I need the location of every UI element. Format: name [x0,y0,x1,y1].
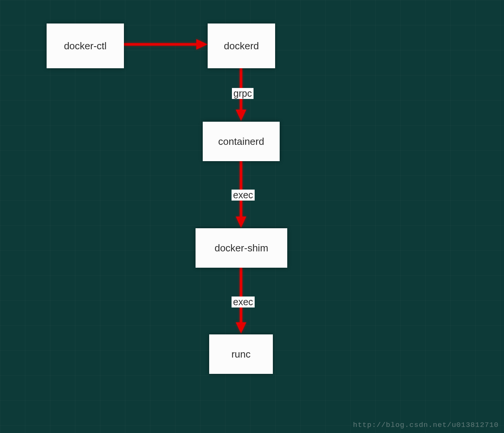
svg-marker-7 [236,322,246,334]
edge-label-grpc: grpc [232,88,254,99]
node-label: docker-ctl [64,40,107,52]
node-label: runc [232,348,251,360]
node-containerd: containerd [203,122,280,161]
edge-label-exec-1: exec [232,190,255,201]
node-runc: runc [209,334,273,374]
node-dockerd: dockerd [208,24,275,68]
svg-marker-3 [236,110,246,121]
watermark: http://blog.csdn.net/u013812710 [353,421,499,429]
node-label: docker-shim [214,242,268,254]
node-docker-shim: docker-shim [196,228,287,268]
svg-marker-1 [196,39,208,50]
node-label: containerd [218,136,264,147]
edge-label-exec-2: exec [232,297,255,307]
node-docker-ctl: docker-ctl [47,24,124,68]
node-label: dockerd [224,40,259,52]
svg-marker-5 [236,216,246,228]
